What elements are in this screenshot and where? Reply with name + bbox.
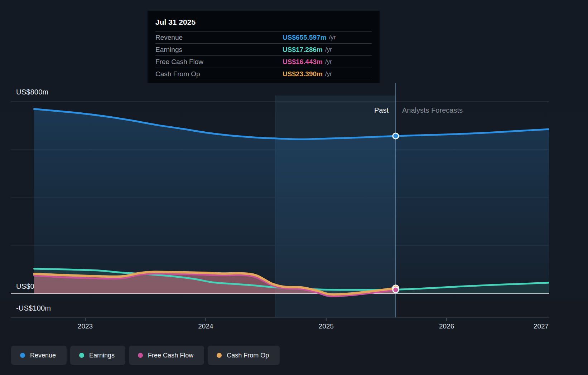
marker-free-cash-flow xyxy=(393,287,399,293)
x-tick-label-2024: 2024 xyxy=(198,322,213,330)
tooltip: Jul 31 2025 RevenueUS$655.597m/yrEarning… xyxy=(148,11,380,83)
x-tick-label-2023: 2023 xyxy=(78,322,93,330)
legend-label: Revenue xyxy=(30,352,56,359)
tooltip-row-value: US$16.443m xyxy=(283,58,323,66)
tooltip-row-value: US$17.286m xyxy=(283,46,323,54)
tooltip-row-label: Revenue xyxy=(155,34,283,42)
x-tick-label-2027: 2027 xyxy=(534,322,549,330)
legend-chip-cash-from-op[interactable]: Cash From Op xyxy=(208,346,280,365)
tooltip-row-earnings: EarningsUS$17.286m/yr xyxy=(155,44,372,56)
legend-label: Free Cash Flow xyxy=(148,352,193,359)
y-axis-label-top: US$800m xyxy=(16,88,48,96)
legend-chip-free-cash-flow[interactable]: Free Cash Flow xyxy=(129,346,204,365)
tooltip-row-label: Earnings xyxy=(155,46,283,54)
tooltip-row-value: US$23.390m xyxy=(283,70,323,78)
legend-dot-cash-from-op xyxy=(217,353,222,358)
forecast-region-label: Analysts Forecasts xyxy=(402,106,463,115)
tooltip-row-cash-from-op: Cash From OpUS$23.390m/yr xyxy=(155,68,372,80)
y-axis-label-negative: -US$100m xyxy=(16,304,51,312)
tooltip-date: Jul 31 2025 xyxy=(155,15,372,31)
legend-label: Cash From Op xyxy=(227,352,269,359)
y-axis-label-zero: US$0 xyxy=(16,282,34,291)
tooltip-row-label: Cash From Op xyxy=(155,70,283,78)
legend-label: Earnings xyxy=(89,352,115,359)
x-tick-label-2026: 2026 xyxy=(439,322,454,330)
tooltip-row-unit: /yr xyxy=(325,58,332,65)
tooltip-row-revenue: RevenueUS$655.597m/yr xyxy=(155,31,372,44)
chart-root: US$800m US$0 -US$100m Past Analysts Fore… xyxy=(0,0,588,375)
legend-chip-revenue[interactable]: Revenue xyxy=(11,346,67,365)
past-region-label: Past xyxy=(374,106,389,115)
legend-dot-revenue xyxy=(20,353,25,358)
legend: RevenueEarningsFree Cash FlowCash From O… xyxy=(11,346,280,365)
tooltip-row-label: Free Cash Flow xyxy=(155,58,283,66)
tooltip-row-unit: /yr xyxy=(325,46,332,53)
legend-chip-earnings[interactable]: Earnings xyxy=(70,346,125,365)
marker-revenue xyxy=(393,133,399,139)
legend-dot-earnings xyxy=(79,353,84,358)
tooltip-row-free-cash-flow: Free Cash FlowUS$16.443m/yr xyxy=(155,56,372,68)
tooltip-row-unit: /yr xyxy=(329,34,336,41)
x-tick-label-2025: 2025 xyxy=(319,322,334,330)
legend-dot-free-cash-flow xyxy=(138,353,143,358)
tooltip-row-value: US$655.597m xyxy=(283,34,327,42)
tooltip-row-unit: /yr xyxy=(325,70,332,78)
